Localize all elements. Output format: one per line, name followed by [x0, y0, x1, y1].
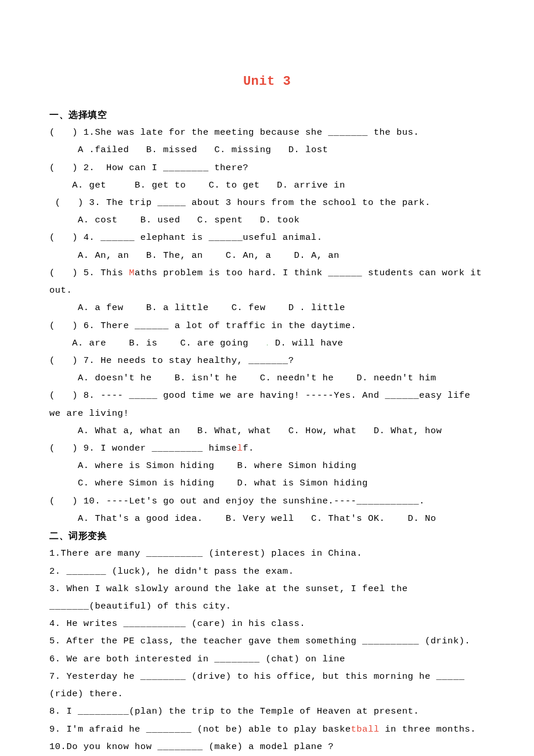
s1-q1-stem: ( ) 1.She was late for the meeting becau…: [49, 124, 485, 141]
s2-q3: 3. When I walk slowly around the lake at…: [49, 580, 485, 615]
s1-q9-post: f.: [243, 443, 254, 453]
s1-q6-opts: A. are B. is C. are going . D. will have: [49, 334, 485, 352]
s1-q3-opts: A. cost B. used C. spent D. took: [49, 211, 485, 229]
s1-q9-opts2: C. where Simon is hiding D. what is Simo…: [49, 474, 485, 492]
section1-heading: 一、选择填空: [49, 106, 485, 124]
s1-q5-opts: A. a few B. a little C. few D . little: [49, 299, 485, 316]
s2-q9-post: in three months.: [380, 724, 477, 735]
s1-q9-highlight-letter: l: [237, 443, 243, 453]
s2-q9-pre: 9. I'm afraid he ________ (not be) able …: [49, 724, 351, 735]
s1-q8-opts: A. What a, what an B. What, what C. How,…: [49, 422, 485, 440]
s1-q7-opts: A. doesn't he B. isn't he C. needn't he …: [49, 369, 485, 387]
s2-q9-highlight: tball: [351, 724, 379, 735]
s1-q9-opts1: A. where is Simon hiding B. where Simon …: [49, 457, 485, 474]
s1-q9-pre: ( ) 9. I wonder _________ himse: [49, 443, 237, 453]
s1-q1-opts: A .failed B. missed C. missing D. lost: [49, 141, 485, 159]
s2-q9: 9. I'm afraid he ________ (not be) able …: [49, 721, 485, 738]
s2-q10: 10.Do you know how ________ (make) a mod…: [49, 738, 485, 755]
s2-q8: 8. I _________(plan) the trip to the Tem…: [49, 703, 485, 720]
s1-q4-stem: ( ) 4. ______ elephant is ______useful a…: [49, 229, 485, 246]
s2-q1: 1.There are many __________ (interest) p…: [49, 545, 485, 562]
s1-q8-stem: ( ) 8. ---- _____ good time we are havin…: [49, 387, 485, 422]
s1-q2-opts: A. get B. get to C. to get D. arrive in: [49, 177, 485, 194]
s1-q2-stem: ( ) 2. How can I ________ there?: [49, 159, 485, 177]
s1-q6-stem: ( ) 6. There ______ a lot of traffic in …: [49, 317, 485, 334]
s2-q4: 4. He writes ___________ (care) in his c…: [49, 615, 485, 632]
s1-q4-opts: A. An, an B. The, an C. An, a D. A, an: [49, 247, 485, 264]
s1-q10-stem: ( ) 10. ----Let's go out and enjoy the s…: [49, 492, 485, 510]
s1-q6-opts-post: D. will have: [269, 338, 343, 348]
s1-q9-stem: ( ) 9. I wonder _________ himself.: [49, 440, 485, 457]
s2-q7: 7. Yesterday he ________ (drive) to his …: [49, 668, 485, 703]
section2-heading: 二、词形变换: [49, 527, 485, 545]
s1-q7-stem: ( ) 7. He needs to stay healthy, _______…: [49, 352, 485, 369]
s1-q10-opts: A. That's a good idea. B. Very well C. T…: [49, 510, 485, 527]
s2-q6: 6. We are both interested in ________ (c…: [49, 650, 485, 668]
s1-q6-opts-pre: A. are B. is C. are going: [49, 338, 265, 348]
s1-q5-highlight-letter: M: [129, 268, 135, 278]
s2-q5: 5. After the PE class, the teacher gave …: [49, 632, 485, 650]
s2-q2: 2. _______ (luck), he didn't pass the ex…: [49, 563, 485, 580]
s1-q3-stem: ( ) 3. The trip _____ about 3 hours from…: [49, 194, 485, 211]
s1-q5-stem: ( ) 5. This Maths problem is too hard. I…: [49, 264, 485, 299]
s1-q5-pre: ( ) 5. This: [49, 268, 129, 278]
unit-title: Unit 3: [49, 70, 485, 95]
